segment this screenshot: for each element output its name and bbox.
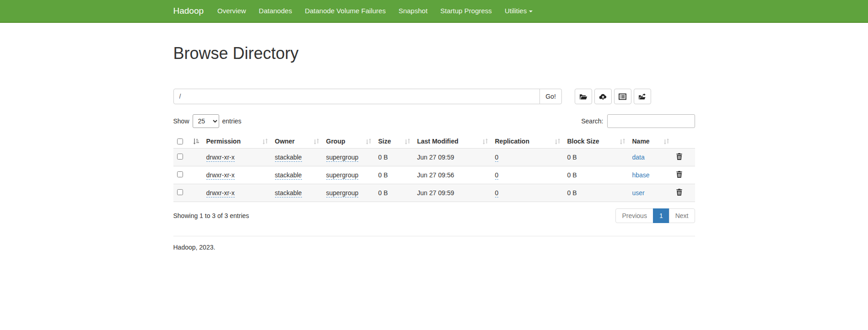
permission-cell[interactable]: drwxr-xr-x: [206, 171, 235, 180]
top-navbar: Hadoop Overview Datanodes Datanode Volum…: [0, 0, 868, 23]
table-footer: Showing 1 to 3 of 3 entries Previous 1 N…: [173, 208, 695, 223]
sort-active-icon[interactable]: [193, 138, 199, 144]
footer-divider: [173, 236, 695, 236]
explorer-bar: Go!: [173, 89, 695, 104]
last-modified-cell: Jun 27 09:56: [417, 171, 454, 179]
sort-icon: [555, 138, 560, 144]
nav-item-datanode-volume-failures[interactable]: Datanode Volume Failures: [298, 0, 392, 22]
delete-button[interactable]: [676, 153, 682, 160]
nav-item-snapshot[interactable]: Snapshot: [392, 0, 434, 22]
sort-icon: [405, 138, 410, 144]
last-modified-cell: Jun 27 09:59: [417, 154, 454, 161]
permission-cell[interactable]: drwxr-xr-x: [206, 154, 235, 162]
nav-item-overview[interactable]: Overview: [211, 0, 253, 22]
dir-link-hbase[interactable]: hbase: [632, 171, 650, 179]
owner-cell[interactable]: stackable: [275, 189, 302, 197]
trash-icon: [676, 171, 682, 178]
search-label: Search:: [581, 117, 603, 125]
owner-cell[interactable]: stackable: [275, 154, 302, 162]
group-cell[interactable]: supergroup: [326, 189, 359, 197]
col-replication: Replication: [495, 138, 529, 145]
replication-cell[interactable]: 0: [495, 171, 499, 180]
col-owner: Owner: [275, 138, 295, 145]
sort-icon: [366, 138, 371, 144]
caret-down-icon: [529, 11, 533, 12]
dir-link-user[interactable]: user: [632, 189, 645, 197]
cloud-upload-icon: [599, 93, 607, 100]
row-checkbox[interactable]: [177, 171, 183, 177]
permission-cell[interactable]: drwxr-xr-x: [206, 189, 235, 197]
sort-icon: [664, 138, 669, 144]
trash-icon: [676, 189, 682, 196]
block-size-cell: 0 B: [567, 154, 577, 161]
pagination-next[interactable]: Next: [669, 208, 695, 223]
select-all-checkbox[interactable]: [177, 138, 183, 144]
group-cell[interactable]: supergroup: [326, 154, 359, 162]
delete-button[interactable]: [676, 171, 682, 178]
last-modified-cell: Jun 27 09:59: [417, 189, 454, 197]
pagination-page-1[interactable]: 1: [653, 208, 669, 223]
owner-cell[interactable]: stackable: [275, 171, 302, 180]
col-name: Name: [632, 138, 650, 145]
move-button[interactable]: [634, 89, 651, 104]
table-info: Showing 1 to 3 of 3 entries: [173, 212, 249, 219]
size-cell: 0 B: [378, 171, 388, 179]
table-controls: Show 25 entries Search:: [173, 114, 695, 128]
page-title: Browse Directory: [173, 44, 695, 63]
table-header-row: Permission Owner Group Size Last Modifie…: [173, 134, 695, 149]
table-row: drwxr-xr-x stackable supergroup 0 B Jun …: [173, 149, 695, 166]
replication-cell[interactable]: 0: [495, 189, 499, 197]
nav-item-startup-progress[interactable]: Startup Progress: [434, 0, 498, 22]
nav-item-utilities[interactable]: Utilities: [498, 0, 539, 22]
upload-files-button[interactable]: [594, 89, 612, 104]
folder-move-icon: [638, 93, 647, 100]
col-block-size: Block Size: [567, 138, 599, 145]
nav-item-datanodes[interactable]: Datanodes: [253, 0, 299, 22]
col-size: Size: [378, 138, 391, 145]
sort-icon: [483, 138, 488, 144]
search-control: Search:: [581, 114, 695, 128]
pagination: Previous 1 Next: [615, 208, 695, 223]
table-row: drwxr-xr-x stackable supergroup 0 B Jun …: [173, 166, 695, 184]
row-checkbox[interactable]: [177, 189, 183, 195]
block-size-cell: 0 B: [567, 171, 577, 179]
brand-hadoop[interactable]: Hadoop: [173, 6, 211, 16]
pagination-previous[interactable]: Previous: [615, 208, 653, 223]
page-length-select[interactable]: 25: [193, 114, 219, 128]
replication-cell[interactable]: 0: [495, 154, 499, 162]
footer-text: Hadoop, 2023.: [173, 244, 695, 251]
directory-table: Permission Owner Group Size Last Modifie…: [173, 134, 695, 202]
length-label-before: Show: [173, 117, 189, 125]
navbar-menu: Overview Datanodes Datanode Volume Failu…: [211, 0, 539, 22]
path-input-group: Go!: [173, 89, 562, 104]
col-last-modified: Last Modified: [417, 138, 458, 145]
block-size-cell: 0 B: [567, 189, 577, 197]
list-alt-icon: [619, 93, 626, 100]
size-cell: 0 B: [378, 154, 388, 161]
trash-icon: [676, 153, 682, 160]
sort-icon: [263, 138, 268, 144]
delete-button[interactable]: [676, 189, 682, 196]
length-label-after: entries: [222, 117, 242, 125]
sort-icon: [314, 138, 319, 144]
dir-link-data[interactable]: data: [632, 154, 645, 161]
group-cell[interactable]: supergroup: [326, 171, 359, 180]
go-button[interactable]: Go!: [539, 89, 562, 104]
row-checkbox[interactable]: [177, 154, 183, 160]
paste-button[interactable]: [614, 89, 631, 104]
col-permission: Permission: [206, 138, 241, 145]
path-input[interactable]: [173, 89, 540, 104]
table-row: drwxr-xr-x stackable supergroup 0 B Jun …: [173, 184, 695, 202]
create-directory-button[interactable]: [575, 89, 592, 104]
explorer-toolbar: [575, 89, 651, 104]
size-cell: 0 B: [378, 189, 388, 197]
nav-item-utilities-label: Utilities: [505, 7, 527, 15]
col-group: Group: [326, 138, 345, 145]
page-length-control: Show 25 entries: [173, 114, 242, 128]
folder-open-icon: [579, 93, 588, 100]
sort-icon: [620, 138, 625, 144]
search-input[interactable]: [607, 114, 695, 128]
